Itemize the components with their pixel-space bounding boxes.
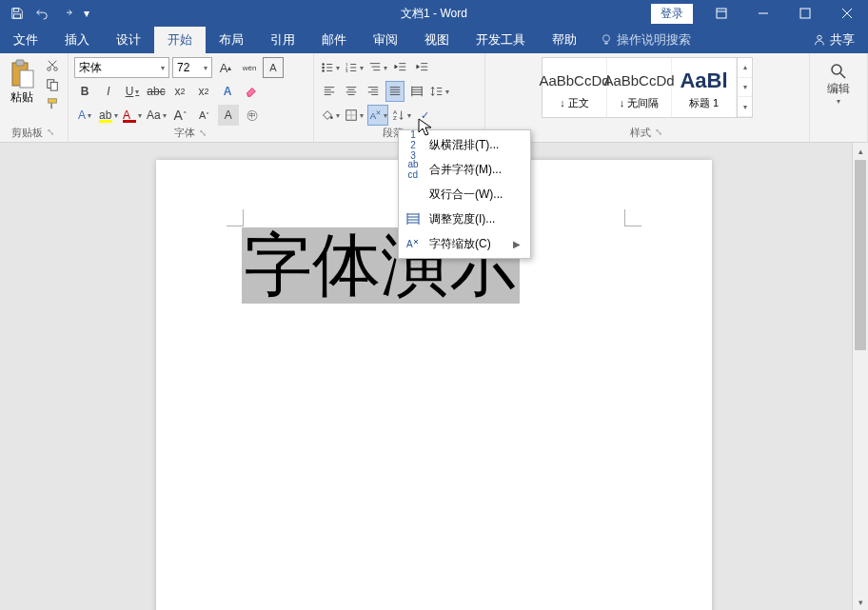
- copy-button[interactable]: [43, 76, 62, 93]
- menu-vertical-horizontal[interactable]: 123 纵横混排(T)...: [399, 132, 530, 157]
- phonetic-guide-button[interactable]: wén: [239, 57, 260, 78]
- tab-layout[interactable]: 布局: [206, 27, 257, 53]
- enclose-char-button[interactable]: ㊥: [242, 105, 263, 126]
- styles-launcher[interactable]: ⤡: [653, 127, 664, 138]
- grow-font-button[interactable]: A▴: [215, 57, 236, 78]
- font-launcher[interactable]: ⤡: [197, 128, 208, 139]
- tab-references[interactable]: 引用: [257, 27, 308, 53]
- qat-customize-button[interactable]: ▾: [80, 2, 93, 25]
- scroll-down-button[interactable]: ▾: [853, 594, 868, 610]
- scissors-icon: [46, 59, 59, 72]
- align-left-button[interactable]: [320, 81, 339, 102]
- menu-combine-chars[interactable]: abcd 合并字符(M)...: [399, 157, 530, 182]
- group-editing: 编辑 ▾: [810, 53, 868, 142]
- numbering-icon: 123: [345, 61, 358, 74]
- underline-button[interactable]: U: [122, 81, 143, 102]
- bucket-icon: [321, 108, 334, 122]
- text-effects-button[interactable]: A: [217, 81, 238, 102]
- styles-scroll-down[interactable]: ▾: [738, 78, 752, 98]
- tab-mailings[interactable]: 邮件: [308, 27, 360, 53]
- title-bar: ▾ 文档1 - Word 登录: [0, 0, 868, 27]
- format-painter-button[interactable]: [43, 95, 62, 112]
- pilcrow-icon: ✓: [418, 108, 431, 122]
- clear-formatting-button[interactable]: [241, 81, 262, 102]
- redo-button[interactable]: [55, 2, 78, 25]
- tab-file[interactable]: 文件: [0, 27, 51, 53]
- tab-developer[interactable]: 开发工具: [463, 27, 539, 53]
- undo-button[interactable]: [30, 2, 53, 25]
- borders-button[interactable]: [344, 105, 365, 126]
- highlight-button[interactable]: ab: [98, 105, 119, 126]
- multilevel-icon: [368, 61, 382, 74]
- char-shading-button[interactable]: A: [218, 105, 239, 126]
- svg-rect-7: [16, 60, 24, 66]
- tab-help[interactable]: 帮助: [539, 27, 590, 53]
- close-button[interactable]: [826, 0, 868, 27]
- change-case-button[interactable]: Aa: [146, 105, 168, 126]
- scroll-up-button[interactable]: ▴: [853, 143, 868, 159]
- shrink-font-button[interactable]: A˅: [194, 105, 215, 126]
- subscript-button[interactable]: x2: [169, 81, 190, 102]
- align-right-button[interactable]: [364, 81, 383, 102]
- styles-expand[interactable]: ▾: [738, 97, 752, 117]
- menu-fit-width[interactable]: 调整宽度(I)...: [399, 207, 530, 231]
- menu-char-scale[interactable]: A 字符缩放(C) ▶: [399, 231, 530, 256]
- menu-two-lines[interactable]: 双行合一(W)...: [399, 182, 530, 207]
- increase-indent-button[interactable]: [413, 57, 432, 78]
- bullets-button[interactable]: [320, 57, 341, 78]
- svg-rect-3: [800, 9, 810, 18]
- quick-access-toolbar: ▾: [0, 2, 93, 25]
- ribbon-options-button[interactable]: [700, 0, 742, 27]
- shading-button[interactable]: [320, 105, 341, 126]
- style-normal[interactable]: AaBbCcDd↓ 正文: [542, 58, 607, 117]
- save-button[interactable]: [6, 2, 29, 25]
- svg-rect-2: [717, 9, 726, 18]
- group-font: 宋体 72 A▴ wén A B I U abc x2 x2 A A ab A …: [69, 53, 314, 142]
- grow-font-button-2[interactable]: A˄: [170, 105, 191, 126]
- line-spacing-button[interactable]: [429, 81, 450, 102]
- cut-button[interactable]: [43, 57, 62, 74]
- tab-view[interactable]: 视图: [411, 27, 463, 53]
- minimize-button[interactable]: [742, 0, 784, 27]
- login-button[interactable]: 登录: [651, 4, 693, 24]
- vertical-scrollbar[interactable]: ▴ ▾: [852, 143, 868, 610]
- svg-text:Z: Z: [393, 114, 397, 121]
- clipboard-launcher[interactable]: ⤡: [45, 127, 56, 138]
- strikethrough-button[interactable]: abc: [146, 81, 167, 102]
- styles-scroll-up[interactable]: ▴: [738, 58, 752, 78]
- tab-design[interactable]: 设计: [103, 27, 154, 53]
- asian-layout-button[interactable]: A: [367, 105, 388, 126]
- distributed-button[interactable]: [407, 81, 426, 102]
- paste-button[interactable]: 粘贴: [6, 57, 38, 114]
- italic-button[interactable]: I: [98, 81, 119, 102]
- ribbon-tabs: 文件 插入 设计 开始 布局 引用 邮件 审阅 视图 开发工具 帮助 操作说明搜…: [0, 27, 868, 53]
- tell-me-search[interactable]: 操作说明搜索: [590, 27, 700, 53]
- group-styles: AaBbCcDd↓ 正文 AaBbCcDd↓ 无间隔 AaBl标题 1 ▴ ▾ …: [485, 53, 810, 142]
- sort-button[interactable]: AZ: [391, 105, 412, 126]
- numbering-button[interactable]: 123: [344, 57, 365, 78]
- maximize-button[interactable]: [784, 0, 826, 27]
- font-color-button[interactable]: A: [122, 105, 143, 126]
- bold-button[interactable]: B: [74, 81, 95, 102]
- align-justify-button[interactable]: [385, 81, 404, 102]
- tab-insert[interactable]: 插入: [51, 27, 103, 53]
- style-nospacing[interactable]: AaBbCcDd↓ 无间隔: [607, 58, 672, 117]
- share-button[interactable]: 共享: [799, 27, 868, 53]
- style-heading1[interactable]: AaBl标题 1: [672, 58, 737, 117]
- font-size-combo[interactable]: 72: [172, 57, 212, 78]
- clipboard-label: 剪贴板: [11, 126, 43, 140]
- superscript-button[interactable]: x2: [193, 81, 214, 102]
- align-center-button[interactable]: [342, 81, 361, 102]
- tab-review[interactable]: 审阅: [360, 27, 411, 53]
- text-outline-button[interactable]: A: [74, 105, 95, 126]
- font-name-combo[interactable]: 宋体: [74, 57, 169, 78]
- char-border-button[interactable]: A: [263, 57, 284, 78]
- decrease-indent-button[interactable]: [391, 57, 410, 78]
- svg-text:3: 3: [345, 69, 348, 73]
- show-marks-button[interactable]: ✓: [415, 105, 434, 126]
- tab-home[interactable]: 开始: [154, 27, 206, 53]
- find-button[interactable]: 编辑 ▾: [826, 61, 851, 107]
- multilevel-list-button[interactable]: [367, 57, 388, 78]
- scroll-thumb[interactable]: [855, 160, 866, 350]
- svg-text:✓: ✓: [421, 109, 429, 121]
